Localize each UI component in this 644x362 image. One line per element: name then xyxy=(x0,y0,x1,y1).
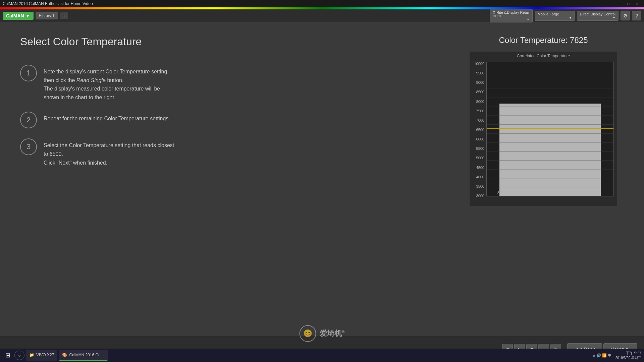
taskbar-sys-tray: ∧ 🔊 📶 中 xyxy=(590,353,614,358)
chart-area: 10000 9500 9000 8500 8000 7500 7000 6500… xyxy=(470,60,617,204)
help-icon: ? xyxy=(635,13,638,18)
logo-text: CalMAN xyxy=(6,13,24,18)
reference-line xyxy=(487,128,613,129)
taskbar-calman-label: CalMAN 2016 Cal... xyxy=(69,353,105,357)
chart-bar xyxy=(499,104,601,196)
help-icon-button[interactable]: ? xyxy=(632,11,641,20)
title-bar: CalMAN 2016 CalMAN Enthusiast for Home V… xyxy=(0,0,644,7)
sys-icons: ∧ 🔊 📶 中 xyxy=(593,353,611,358)
watermark-text: 爱埼机® xyxy=(320,328,345,339)
window-title: CalMAN 2016 CalMAN Enthusiast for Home V… xyxy=(3,1,93,6)
taskbar-calman-icon: 🎨 xyxy=(62,353,67,357)
taskbar-time-value: 下午 5:27 xyxy=(615,351,641,356)
start-button[interactable]: ⊞ xyxy=(3,352,13,359)
main-content: Select Color Temperature 1 Note the disp… xyxy=(0,22,644,336)
step-3: 3 Select the Color Temperature setting t… xyxy=(20,138,449,167)
chart-title: Correlated Color Temperature xyxy=(470,52,617,60)
toolbar: CalMAN ▼ History 1 + X-Rite i1Display Re… xyxy=(0,9,644,22)
taskbar-files-icon: 📁 xyxy=(29,353,34,357)
watermark-icon: 😊 xyxy=(300,325,316,342)
step-1-text: Note the display's current Color Tempera… xyxy=(44,65,169,102)
settings-icon-button[interactable]: ⚙ xyxy=(621,11,630,20)
settings-icon: ⚙ xyxy=(623,13,628,18)
history-tab[interactable]: History 1 xyxy=(36,12,58,19)
chart-container: Correlated Color Temperature 10000 9500 … xyxy=(470,52,617,206)
taskbar-date-value: 2019/3/20 星期三 xyxy=(615,356,641,360)
step-1-circle: 1 xyxy=(20,65,37,81)
taskbar-clock: 下午 5:27 2019/3/20 星期三 xyxy=(615,351,641,360)
taskbar-app-files[interactable]: 📁 VIVO X27 xyxy=(26,350,57,361)
device2-button[interactable]: Mobile Forge ▼ xyxy=(535,11,575,21)
step-1: 1 Note the display's current Color Tempe… xyxy=(20,65,449,102)
right-panel: Color Temperature: 7825 Correlated Color… xyxy=(463,36,624,329)
taskbar-app-calman[interactable]: 🎨 CalMAN 2016 Cal... xyxy=(59,350,108,361)
color-temp-value: Color Temperature: 7825 xyxy=(499,36,588,45)
taskbar: ⊞ ○ 📁 VIVO X27 🎨 CalMAN 2016 Cal... ∧ 🔊 … xyxy=(0,349,644,362)
step-3-circle: 3 xyxy=(20,138,37,155)
step-3-text: Select the Color Temperature setting tha… xyxy=(44,138,174,167)
step-2-circle: 2 xyxy=(20,112,37,128)
device3-button[interactable]: Direct Display Control ▼ xyxy=(577,11,619,21)
device1-button[interactable]: X-Rite i1Display Retail OLED ▼ xyxy=(490,9,532,22)
left-panel: Select Color Temperature 1 Note the disp… xyxy=(20,36,449,329)
x-axis-label: 80 xyxy=(497,191,501,195)
step-2-text: Repeat for the remaining Color Temperatu… xyxy=(44,112,170,123)
maximize-btn[interactable]: □ xyxy=(628,1,630,6)
y-axis: 10000 9500 9000 8500 8000 7500 7000 6500… xyxy=(470,60,486,204)
page-title: Select Color Temperature xyxy=(20,36,449,48)
chart-plot: 80 xyxy=(486,62,614,196)
calman-logo[interactable]: CalMAN ▼ xyxy=(3,12,34,20)
logo-arrow: ▼ xyxy=(25,13,30,18)
taskbar-search[interactable]: ○ xyxy=(14,351,24,360)
close-btn[interactable]: ✕ xyxy=(635,1,639,6)
add-tab-button[interactable]: + xyxy=(60,12,68,19)
minimize-btn[interactable]: ─ xyxy=(619,1,622,6)
step-2: 2 Repeat for the remaining Color Tempera… xyxy=(20,112,449,128)
watermark: 😊 爱埼机® xyxy=(300,325,345,342)
taskbar-files-label: VIVO X27 xyxy=(36,353,54,357)
